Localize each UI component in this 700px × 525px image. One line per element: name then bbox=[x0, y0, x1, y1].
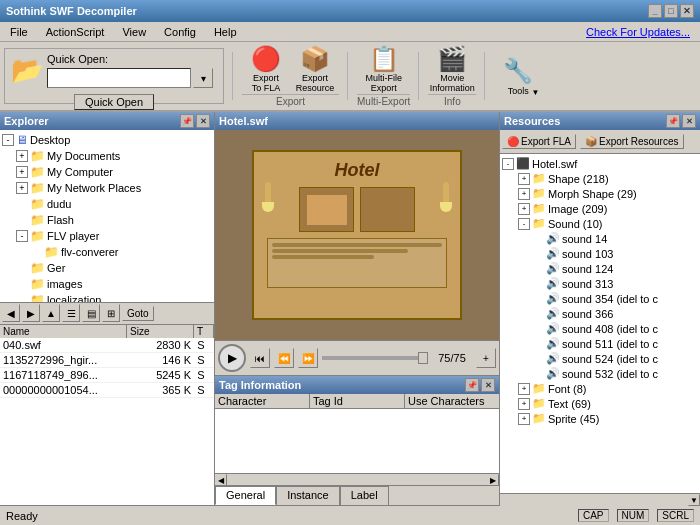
expand-font[interactable]: + bbox=[518, 383, 530, 395]
res-item-sound14[interactable]: 🔊 sound 14 bbox=[502, 231, 698, 246]
res-item-sound366[interactable]: 🔊 sound 366 bbox=[502, 306, 698, 321]
res-item-sound313[interactable]: 🔊 sound 313 bbox=[502, 276, 698, 291]
hotel-title: Hotel bbox=[335, 160, 380, 181]
expand-shape[interactable]: + bbox=[518, 173, 530, 185]
step-forward-button[interactable]: ⏩ bbox=[298, 348, 318, 368]
back-button[interactable]: ◀ bbox=[2, 304, 20, 322]
expand-my-computer[interactable]: + bbox=[16, 166, 28, 178]
window-controls: _ □ ✕ bbox=[648, 4, 694, 18]
res-item-morph[interactable]: + 📁 Morph Shape (29) bbox=[502, 186, 698, 201]
explorer-pin-button[interactable]: 📌 bbox=[180, 114, 194, 128]
expand-image[interactable]: + bbox=[518, 203, 530, 215]
play-button[interactable]: ▶ bbox=[218, 344, 246, 372]
file-row[interactable]: 1135272996_hgir... 146 K S bbox=[0, 353, 214, 368]
minimize-button[interactable]: _ bbox=[648, 4, 662, 18]
col-character[interactable]: Character bbox=[215, 394, 310, 408]
res-scroll-down[interactable]: ▼ bbox=[688, 494, 700, 506]
tree-item-my-documents[interactable]: + 📁 My Documents bbox=[2, 148, 212, 164]
tree-item-localization[interactable]: 📁 localization bbox=[2, 292, 212, 302]
expand-sprite[interactable]: + bbox=[518, 413, 530, 425]
menu-config[interactable]: Config bbox=[156, 24, 204, 40]
resources-header: Resources 📌 ✕ bbox=[500, 112, 700, 130]
tag-close-button[interactable]: ✕ bbox=[481, 378, 495, 392]
export-fla-button[interactable]: 🔴 ExportTo FLA bbox=[242, 45, 290, 93]
res-item-hotelswf[interactable]: - ⬛ Hotel.swf bbox=[502, 156, 698, 171]
file-row[interactable]: 040.swf 2830 K S bbox=[0, 338, 214, 353]
res-item-image[interactable]: + 📁 Image (209) bbox=[502, 201, 698, 216]
quick-open-button[interactable]: Quick Open bbox=[74, 94, 154, 110]
res-item-sound[interactable]: - 📁 Sound (10) bbox=[502, 216, 698, 231]
res-item-sound511[interactable]: 🔊 sound 511 (idel to c bbox=[502, 336, 698, 351]
res-item-sound354[interactable]: 🔊 sound 354 (idel to c bbox=[502, 291, 698, 306]
view-detail-button[interactable]: ▤ bbox=[82, 304, 100, 322]
expand-morph[interactable]: + bbox=[518, 188, 530, 200]
menu-file[interactable]: File bbox=[2, 24, 36, 40]
view-list-button[interactable]: ☰ bbox=[62, 304, 80, 322]
seek-bar[interactable] bbox=[322, 356, 428, 360]
forward-button[interactable]: ▶ bbox=[22, 304, 40, 322]
tree-item-flv-converer[interactable]: 📁 flv-converer bbox=[2, 244, 212, 260]
res-scroll-track[interactable] bbox=[500, 494, 688, 506]
res-export-fla-button[interactable]: 🔴 Export FLA bbox=[502, 134, 576, 149]
tab-general[interactable]: General bbox=[215, 486, 276, 505]
seek-thumb[interactable] bbox=[418, 352, 428, 364]
res-item-sound408[interactable]: 🔊 sound 408 (idel to c bbox=[502, 321, 698, 336]
maximize-button[interactable]: □ bbox=[664, 4, 678, 18]
res-item-sound524[interactable]: 🔊 sound 524 (idel to c bbox=[502, 351, 698, 366]
col-name[interactable]: Name bbox=[0, 325, 127, 338]
multi-file-export-button[interactable]: 📋 Multi-FileExport bbox=[360, 45, 408, 93]
res-pin-button[interactable]: 📌 bbox=[666, 114, 680, 128]
explorer-close-button[interactable]: ✕ bbox=[196, 114, 210, 128]
tree-item-network-places[interactable]: + 📁 My Network Places bbox=[2, 180, 212, 196]
menu-view[interactable]: View bbox=[114, 24, 154, 40]
export-resource-button[interactable]: 📦 ExportResource bbox=[291, 45, 339, 93]
file-row[interactable]: 00000000001054... 365 K S bbox=[0, 383, 214, 398]
menu-help[interactable]: Help bbox=[206, 24, 245, 40]
expand-sound[interactable]: - bbox=[518, 218, 530, 230]
browse-button[interactable]: ▾ bbox=[193, 68, 213, 88]
expand-desktop[interactable]: - bbox=[2, 134, 14, 146]
res-item-sound532[interactable]: 🔊 sound 532 (idel to c bbox=[502, 366, 698, 381]
expand-hotelswf[interactable]: - bbox=[502, 158, 514, 170]
tree-item-ger[interactable]: 📁 Ger bbox=[2, 260, 212, 276]
res-item-sound103[interactable]: 🔊 sound 103 bbox=[502, 246, 698, 261]
tree-item-images[interactable]: 📁 images bbox=[2, 276, 212, 292]
res-item-sprite[interactable]: + 📁 Sprite (45) bbox=[502, 411, 698, 426]
res-item-shape[interactable]: + 📁 Shape (218) bbox=[502, 171, 698, 186]
tab-instance[interactable]: Instance bbox=[276, 486, 340, 505]
movie-info-button[interactable]: 🎬 MovieInformation bbox=[428, 45, 476, 93]
tag-pin-button[interactable]: 📌 bbox=[465, 378, 479, 392]
volume-button[interactable]: + bbox=[476, 348, 496, 368]
close-button[interactable]: ✕ bbox=[680, 4, 694, 18]
step-back-button[interactable]: ⏪ bbox=[274, 348, 294, 368]
res-item-font[interactable]: + 📁 Font (8) bbox=[502, 381, 698, 396]
check-updates-link[interactable]: Check For Updates... bbox=[578, 24, 698, 40]
lamp-right bbox=[440, 182, 452, 212]
tab-label[interactable]: Label bbox=[340, 486, 389, 505]
file-row[interactable]: 1167118749_896... 5245 K S bbox=[0, 368, 214, 383]
res-close-button[interactable]: ✕ bbox=[682, 114, 696, 128]
tools-button[interactable]: 🔧 Tools bbox=[494, 52, 542, 100]
tree-item-flv-player[interactable]: - 📁 FLV player bbox=[2, 228, 212, 244]
rewind-button[interactable]: ⏮ bbox=[250, 348, 270, 368]
res-item-text[interactable]: + 📁 Text (69) bbox=[502, 396, 698, 411]
tree-item-my-computer[interactable]: + 📁 My Computer bbox=[2, 164, 212, 180]
expand-text[interactable]: + bbox=[518, 398, 530, 410]
tree-item-dudu[interactable]: 📁 dudu bbox=[2, 196, 212, 212]
tree-item-desktop[interactable]: - 🖥 Desktop bbox=[2, 132, 212, 148]
up-button[interactable]: ▲ bbox=[42, 304, 60, 322]
col-type[interactable]: T bbox=[194, 325, 214, 338]
col-tag-id[interactable]: Tag Id bbox=[310, 394, 405, 408]
quick-open-input[interactable] bbox=[47, 68, 191, 88]
expand-flv-player[interactable]: - bbox=[16, 230, 28, 242]
res-item-sound124[interactable]: 🔊 sound 124 bbox=[502, 261, 698, 276]
goto-button[interactable]: Goto bbox=[122, 306, 154, 321]
menu-actionscript[interactable]: ActionScript bbox=[38, 24, 113, 40]
view-icon-button[interactable]: ⊞ bbox=[102, 304, 120, 322]
col-size[interactable]: Size bbox=[127, 325, 194, 338]
col-use-characters[interactable]: Use Characters bbox=[405, 394, 499, 408]
tree-item-flash[interactable]: 📁 Flash bbox=[2, 212, 212, 228]
expand-my-documents[interactable]: + bbox=[16, 150, 28, 162]
res-export-resources-button[interactable]: 📦 Export Resources bbox=[580, 134, 683, 149]
expand-network[interactable]: + bbox=[16, 182, 28, 194]
